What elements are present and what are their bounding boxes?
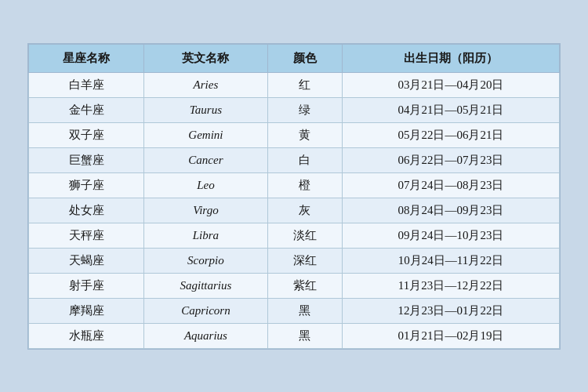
cell-chinese-name: 水瓶座 [29,323,144,348]
cell-chinese-name: 金牛座 [29,97,144,122]
cell-english-name: Gemini [144,122,267,147]
table-row: 白羊座Aries红03月21日—04月20日 [29,72,560,97]
cell-dates: 01月21日—02月19日 [342,323,559,348]
cell-english-name: Virgo [144,198,267,223]
cell-color: 黑 [267,298,342,323]
table-body: 白羊座Aries红03月21日—04月20日金牛座Taurus绿04月21日—0… [29,72,560,348]
table-row: 摩羯座Capricorn黑12月23日—01月22日 [29,298,560,323]
cell-chinese-name: 射手座 [29,273,144,298]
header-chinese-name: 星座名称 [29,44,144,72]
cell-color: 淡红 [267,223,342,248]
cell-color: 绿 [267,97,342,122]
cell-color: 红 [267,72,342,97]
table-row: 处女座Virgo灰08月24日—09月23日 [29,198,560,223]
cell-english-name: Libra [144,223,267,248]
cell-english-name: Sagittarius [144,273,267,298]
cell-english-name: Aries [144,72,267,97]
cell-dates: 09月24日—10月23日 [342,223,559,248]
cell-color: 白 [267,147,342,172]
cell-chinese-name: 双子座 [29,122,144,147]
cell-color: 灰 [267,198,342,223]
cell-chinese-name: 天蝎座 [29,248,144,273]
table-row: 巨蟹座Cancer白06月22日—07月23日 [29,147,560,172]
cell-dates: 03月21日—04月20日 [342,72,559,97]
table-row: 金牛座Taurus绿04月21日—05月21日 [29,97,560,122]
header-color: 颜色 [267,44,342,72]
zodiac-table-container: 星座名称 英文名称 颜色 出生日期（阳历） 白羊座Aries红03月21日—04… [27,43,561,350]
cell-color: 紫红 [267,273,342,298]
cell-english-name: Capricorn [144,298,267,323]
cell-dates: 05月22日—06月21日 [342,122,559,147]
cell-chinese-name: 处女座 [29,198,144,223]
cell-dates: 06月22日—07月23日 [342,147,559,172]
cell-english-name: Leo [144,172,267,198]
cell-color: 黄 [267,122,342,147]
cell-dates: 08月24日—09月23日 [342,198,559,223]
cell-english-name: Aquarius [144,323,267,348]
cell-dates: 11月23日—12月22日 [342,273,559,298]
table-row: 双子座Gemini黄05月22日—06月21日 [29,122,560,147]
table-row: 天蝎座Scorpio深红10月24日—11月22日 [29,248,560,273]
cell-english-name: Taurus [144,97,267,122]
cell-chinese-name: 天秤座 [29,223,144,248]
cell-dates: 04月21日—05月21日 [342,97,559,122]
table-row: 水瓶座Aquarius黑01月21日—02月19日 [29,323,560,348]
cell-english-name: Cancer [144,147,267,172]
header-english-name: 英文名称 [144,44,267,72]
cell-dates: 07月24日—08月23日 [342,172,559,198]
cell-chinese-name: 摩羯座 [29,298,144,323]
cell-color: 深红 [267,248,342,273]
zodiac-table: 星座名称 英文名称 颜色 出生日期（阳历） 白羊座Aries红03月21日—04… [28,44,560,349]
cell-english-name: Scorpio [144,248,267,273]
table-row: 射手座Sagittarius紫红11月23日—12月22日 [29,273,560,298]
cell-chinese-name: 巨蟹座 [29,147,144,172]
table-header-row: 星座名称 英文名称 颜色 出生日期（阳历） [29,44,560,72]
cell-color: 黑 [267,323,342,348]
cell-color: 橙 [267,172,342,198]
header-dates: 出生日期（阳历） [342,44,559,72]
cell-dates: 10月24日—11月22日 [342,248,559,273]
cell-chinese-name: 白羊座 [29,72,144,97]
table-row: 狮子座Leo橙07月24日—08月23日 [29,172,560,198]
table-row: 天秤座Libra淡红09月24日—10月23日 [29,223,560,248]
cell-dates: 12月23日—01月22日 [342,298,559,323]
cell-chinese-name: 狮子座 [29,172,144,198]
